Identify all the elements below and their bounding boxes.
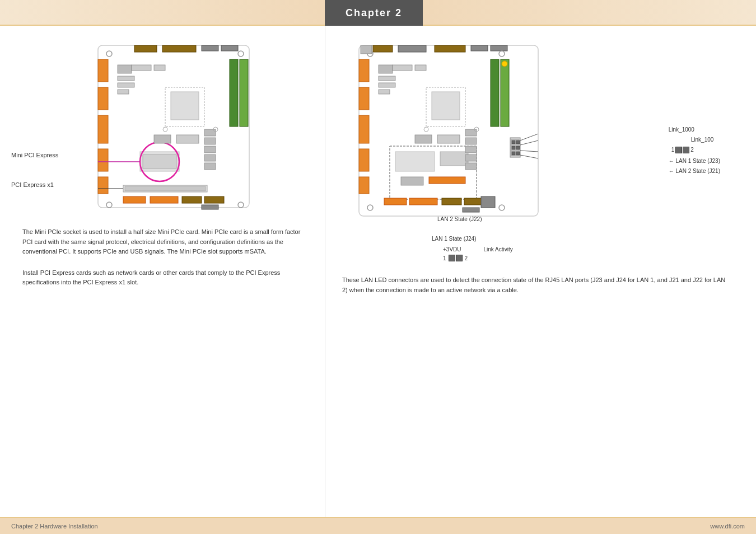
svg-point-14 — [106, 202, 112, 208]
svg-rect-46 — [359, 59, 369, 82]
svg-line-100 — [520, 151, 538, 152]
svg-rect-35 — [150, 196, 178, 203]
svg-rect-21 — [118, 90, 129, 94]
svg-rect-50 — [359, 177, 369, 194]
svg-rect-78 — [516, 146, 520, 149]
svg-rect-36 — [182, 196, 202, 203]
pci-x1-description: Install PCI Express cards such as networ… — [22, 268, 308, 288]
svg-rect-34 — [123, 196, 146, 203]
header-right-bar — [423, 0, 756, 26]
svg-rect-64 — [379, 65, 393, 73]
svg-rect-93 — [463, 208, 479, 212]
svg-rect-27 — [154, 135, 171, 143]
svg-rect-85 — [465, 138, 477, 144]
pin-blocks — [449, 255, 463, 261]
svg-rect-26 — [125, 186, 206, 191]
svg-rect-84 — [465, 129, 477, 136]
svg-rect-28 — [176, 135, 199, 143]
pci-x1-label: PCI Express x1 — [11, 181, 54, 188]
svg-rect-29 — [204, 129, 216, 136]
chapter-title: Chapter 2 — [346, 7, 402, 19]
mini-pci-description: The Mini PCIe socket is used to install … — [22, 227, 308, 257]
svg-rect-83 — [437, 135, 460, 143]
svg-rect-20 — [118, 83, 134, 87]
svg-rect-37 — [204, 196, 224, 203]
lan1-state-j24-label: LAN 1 State (J24) — [432, 236, 739, 242]
svg-rect-4 — [98, 149, 108, 171]
lan2-state-j21-label: ← LAN 2 State (J21) — [669, 167, 720, 176]
svg-rect-47 — [359, 87, 369, 110]
svg-rect-7 — [240, 59, 248, 127]
svg-rect-91 — [442, 198, 461, 205]
header-left-bar — [0, 0, 325, 26]
svg-rect-77 — [512, 146, 515, 149]
svg-point-59 — [499, 51, 505, 57]
svg-rect-38 — [202, 205, 218, 209]
lan2-state-j22-label: LAN 2 State (J22) — [437, 216, 482, 222]
svg-rect-11 — [221, 45, 238, 51]
svg-rect-89 — [384, 198, 407, 205]
lan1-state-j23-label: ← LAN 1 State (J23) — [669, 157, 720, 166]
right-labels-container: Link_1000 Link_100 1 2 ← LAN 1 State (J2… — [669, 125, 720, 176]
svg-point-41 — [163, 127, 167, 132]
svg-rect-31 — [204, 146, 216, 153]
svg-point-60 — [367, 205, 373, 210]
svg-rect-18 — [118, 65, 132, 73]
svg-rect-10 — [202, 45, 218, 51]
connector-labels-row: +3VDU Link Activity — [443, 246, 739, 252]
svg-line-99 — [520, 140, 538, 145]
svg-line-101 — [520, 155, 538, 158]
svg-rect-75 — [512, 140, 515, 144]
svg-rect-23 — [143, 154, 176, 168]
svg-rect-32 — [204, 154, 216, 161]
svg-rect-102 — [393, 65, 412, 71]
link-activity-label: Link Activity — [484, 246, 513, 252]
svg-rect-67 — [379, 90, 390, 94]
svg-rect-72 — [429, 177, 465, 184]
header-center-bar: Chapter 2 — [325, 0, 423, 26]
svg-rect-81 — [361, 45, 372, 54]
svg-rect-30 — [204, 138, 216, 144]
right-panel: Link_1000 Link_100 1 2 ← LAN 1 State (J2… — [325, 26, 756, 517]
svg-rect-86 — [465, 146, 477, 153]
svg-rect-33 — [204, 163, 216, 170]
svg-rect-1 — [98, 59, 108, 82]
right-description: These LAN LED connectors are used to det… — [342, 275, 739, 295]
svg-rect-17 — [171, 92, 199, 120]
svg-rect-103 — [415, 65, 426, 71]
svg-rect-79 — [512, 152, 515, 155]
svg-point-61 — [499, 205, 505, 210]
right-board-svg — [342, 43, 577, 227]
svg-rect-19 — [118, 76, 134, 81]
svg-rect-3 — [98, 115, 108, 143]
svg-rect-6 — [230, 59, 238, 127]
svg-rect-87 — [465, 154, 477, 161]
svg-rect-49 — [359, 149, 369, 171]
footer-left-text: Chapter 2 Hardware Installation — [11, 523, 98, 530]
svg-rect-40 — [154, 65, 165, 71]
link100-label: Link_100 — [691, 135, 720, 144]
svg-rect-54 — [398, 45, 426, 52]
left-descriptions: The Mini PCIe socket is used to install … — [17, 227, 308, 288]
connector-pins-bottom: 1 2 — [443, 255, 739, 261]
plus3vdu-label: +3VDU — [443, 246, 461, 252]
svg-rect-55 — [435, 45, 465, 52]
left-panel: Mini PCI Express PCI Express x1 The Mini… — [0, 26, 325, 517]
svg-rect-9 — [162, 45, 196, 52]
main-content: Mini PCI Express PCI Express x1 The Mini… — [0, 26, 756, 517]
svg-rect-66 — [379, 83, 395, 87]
svg-rect-56 — [471, 45, 488, 51]
page-footer: Chapter 2 Hardware Installation www.dfi.… — [0, 517, 756, 534]
svg-rect-90 — [409, 198, 437, 205]
svg-rect-94 — [481, 196, 495, 208]
second-connector-diagram: +3VDU Link Activity 1 2 — [443, 246, 739, 261]
svg-rect-48 — [359, 115, 369, 143]
svg-rect-71 — [401, 177, 423, 185]
svg-rect-57 — [491, 45, 507, 51]
svg-point-13 — [238, 51, 244, 57]
left-board-diagram: Mini PCI Express PCI Express x1 — [67, 43, 258, 216]
footer-right-text: www.dfi.com — [710, 523, 745, 530]
svg-rect-69 — [395, 152, 435, 171]
right-board-diagram: Link_1000 Link_100 1 2 ← LAN 1 State (J2… — [342, 43, 611, 227]
pin-2-block — [456, 255, 463, 261]
